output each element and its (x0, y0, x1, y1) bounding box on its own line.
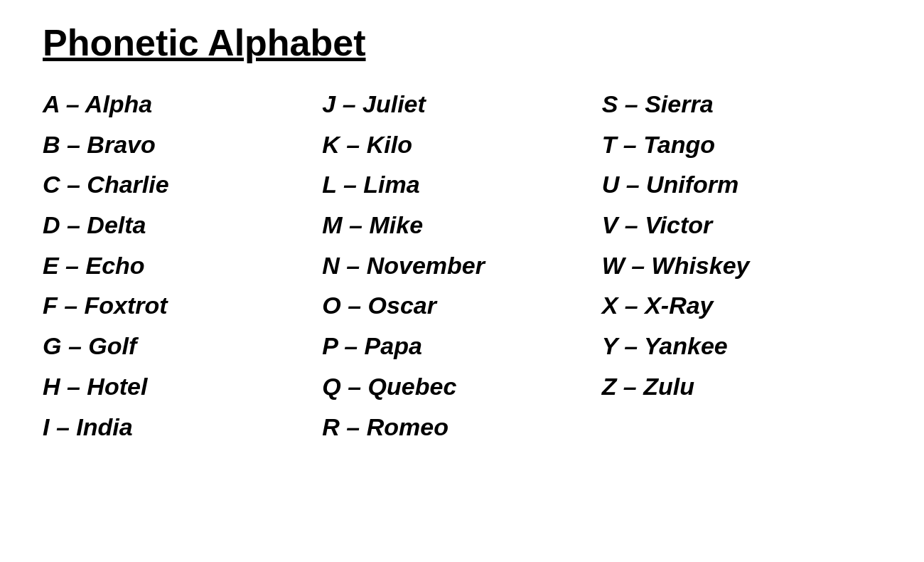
list-item: A – Alpha (43, 84, 322, 124)
title-container: Phonetic Alphabet (43, 21, 881, 64)
list-item (602, 407, 881, 410)
list-item: J – Juliet (322, 84, 601, 124)
list-item: Y – Yankee (602, 326, 881, 366)
list-item: F – Foxtrot (43, 285, 322, 326)
list-item: U – Uniform (602, 164, 881, 205)
list-item: M – Mike (322, 205, 601, 245)
list-item: D – Delta (43, 205, 322, 245)
list-item: I – India (43, 407, 322, 447)
list-item: V – Victor (602, 205, 881, 245)
list-item: Q – Quebec (322, 366, 601, 407)
list-item: Z – Zulu (602, 366, 881, 407)
alphabet-grid: A – Alpha B – Bravo C – Charlie D – Delt… (43, 84, 881, 541)
alphabet-column-1: A – Alpha B – Bravo C – Charlie D – Delt… (43, 84, 322, 541)
list-item: O – Oscar (322, 285, 601, 326)
page-container: Phonetic Alphabet A – Alpha B – Bravo C … (0, 0, 924, 562)
list-item: C – Charlie (43, 164, 322, 205)
page-title: Phonetic Alphabet (43, 21, 881, 64)
list-item: H – Hotel (43, 366, 322, 407)
list-item: W – Whiskey (602, 245, 881, 286)
list-item: N – November (322, 245, 601, 286)
alphabet-column-2: J – Juliet K – Kilo L – Lima M – Mike N … (322, 84, 601, 541)
list-item: B – Bravo (43, 124, 322, 165)
list-item: X – X-Ray (602, 285, 881, 326)
list-item: T – Tango (602, 124, 881, 165)
list-item: R – Romeo (322, 407, 601, 447)
alphabet-column-3: S – Sierra T – Tango U – Uniform V – Vic… (602, 84, 881, 541)
list-item: E – Echo (43, 245, 322, 286)
list-item: P – Papa (322, 326, 601, 366)
list-item: G – Golf (43, 326, 322, 366)
list-item: S – Sierra (602, 84, 881, 124)
list-item: L – Lima (322, 164, 601, 205)
list-item: K – Kilo (322, 124, 601, 165)
